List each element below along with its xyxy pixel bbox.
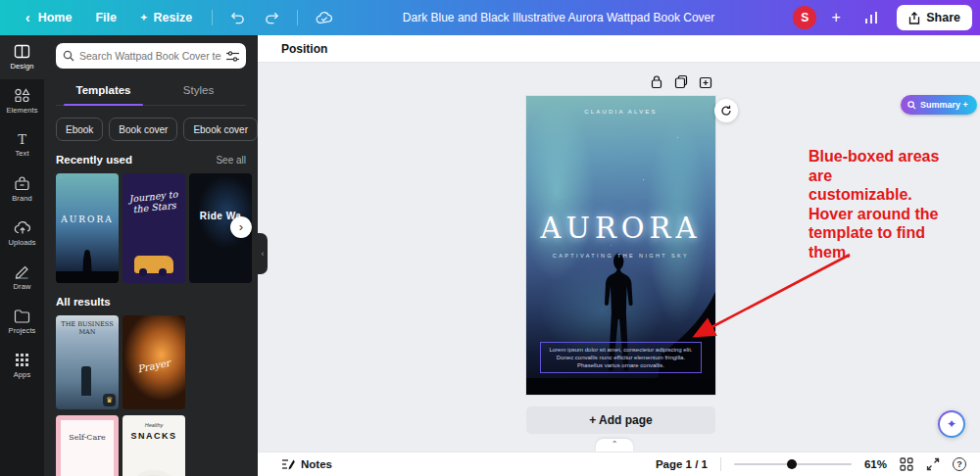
home-label: Home (38, 11, 73, 24)
context-toolbar: Position (258, 35, 980, 63)
lock-icon[interactable] (650, 74, 663, 89)
insights-button[interactable] (856, 6, 887, 29)
pro-badge: ♛ (103, 394, 116, 406)
summary-extension-button[interactable]: Summary + (901, 95, 977, 115)
design-page[interactable]: CLAUDIA ALVES AURORA CAPTIVATING THE NIG… (526, 96, 715, 395)
notes-icon (281, 458, 295, 470)
projects-folder-icon (14, 309, 30, 323)
file-label: File (95, 11, 117, 24)
tab-styles[interactable]: Styles (151, 76, 246, 105)
share-upload-icon (908, 12, 920, 24)
all-results-grid: THE BUSINESS MAN ♛ Prayer Self-Care ♛ He… (56, 315, 246, 476)
uploads-cloud-icon (14, 220, 31, 235)
filter-chips: Ebook Book cover Ebook cover › (56, 118, 246, 141)
document-title[interactable]: Dark Blue and Black Illustrative Aurora … (403, 0, 714, 35)
divider (720, 457, 721, 471)
carousel-next-button[interactable]: › (230, 216, 252, 238)
cover-body-text[interactable]: Lorem ipsum dolor sit amet, consectetur … (540, 342, 703, 373)
bar-chart-icon (863, 11, 879, 24)
undo-icon (230, 11, 245, 24)
sidebar-item-apps[interactable]: Apps (0, 344, 44, 388)
add-page-button[interactable]: + Add page (526, 406, 715, 434)
search-box[interactable] (56, 43, 246, 69)
design-icon (14, 44, 30, 59)
chip-ebook[interactable]: Ebook (56, 118, 103, 141)
sidebar-item-design[interactable]: Design (0, 35, 44, 79)
zoom-slider-knob[interactable] (787, 459, 797, 469)
duplicate-page-icon[interactable] (674, 74, 688, 89)
resize-label: Resize (154, 11, 193, 24)
panel-tabs: Templates Styles (56, 76, 246, 106)
annotation-text: Blue-boxed areas are customizable. Hover… (808, 147, 940, 262)
elements-icon (14, 88, 30, 103)
undo-button[interactable] (222, 6, 253, 29)
cloud-save-status[interactable] (308, 6, 341, 30)
position-button[interactable]: Position (281, 42, 327, 56)
rotate-icon (720, 105, 732, 117)
canva-assistant-button[interactable]: ✦ (938, 410, 965, 438)
fullscreen-button[interactable] (926, 457, 940, 471)
editor-main: Position CLAUDIA ALVES AURORA CAPTIVAT (258, 35, 980, 476)
sidebar-item-brand[interactable]: Brand (0, 167, 44, 212)
cover-subtitle-text[interactable]: CAPTIVATING THE NIGHT SKY (526, 253, 715, 259)
filter-sliders-icon[interactable] (226, 51, 239, 62)
collapse-bottom-tab[interactable]: ⌃ (596, 439, 633, 452)
help-icon: ? (953, 457, 966, 471)
grid-view-button[interactable] (900, 457, 913, 471)
canvas-area[interactable]: CLAUDIA ALVES AURORA CAPTIVATING THE NIG… (258, 63, 980, 452)
avatar[interactable]: S (793, 6, 816, 29)
text-icon: T (18, 133, 26, 146)
redo-button[interactable] (257, 6, 287, 29)
templates-panel: Templates Styles Ebook Book cover Ebook … (44, 35, 258, 476)
rotate-page-button[interactable] (714, 99, 738, 122)
search-input[interactable] (79, 50, 221, 62)
brand-kit-icon (14, 176, 30, 191)
status-bar: Notes Page 1 / 1 61% ? (258, 452, 980, 476)
zoom-percent[interactable]: 61% (864, 458, 887, 470)
aurora-mini-art (56, 173, 119, 283)
sidebar-item-projects[interactable]: Projects (0, 300, 44, 344)
sidebar-item-uploads[interactable]: Uploads (0, 212, 44, 256)
search-icon (63, 50, 74, 62)
silhouette-art (81, 366, 91, 396)
fullscreen-icon (926, 457, 940, 471)
page-indicator[interactable]: Page 1 / 1 (656, 458, 708, 470)
template-thumbnail-business-man[interactable]: THE BUSINESS MAN ♛ (56, 315, 119, 409)
add-member-button[interactable]: + (826, 9, 846, 26)
sidebar-item-elements[interactable]: Elements (0, 79, 44, 123)
share-button[interactable]: Share (897, 5, 972, 30)
back-chevron-icon: ‹ (22, 10, 32, 25)
notes-button[interactable]: Notes (258, 458, 332, 470)
cover-title-text[interactable]: AURORA (526, 212, 715, 245)
see-all-link[interactable]: See all (216, 155, 246, 166)
template-thumbnail-prayer[interactable]: Prayer (122, 315, 185, 409)
divider (297, 10, 298, 25)
cloud-check-icon (316, 11, 333, 25)
template-thumbnail-aurora[interactable]: AURORA (56, 173, 119, 283)
apps-grid-icon (15, 353, 29, 367)
draw-pen-icon (14, 264, 30, 279)
template-thumbnail-snacks[interactable]: Healthy SNACKS (122, 415, 185, 476)
zoom-slider[interactable] (734, 457, 852, 471)
sidebar-item-draw[interactable]: Draw (0, 256, 44, 300)
help-button[interactable]: ? (953, 457, 966, 471)
plate-art (131, 470, 176, 476)
recently-used-row: AURORA Journey to the Stars Ride Wa › (56, 173, 246, 283)
redo-icon (265, 11, 279, 24)
sidebar-item-text[interactable]: T Text (0, 123, 44, 167)
chip-ebook-cover[interactable]: Ebook cover (183, 118, 258, 141)
divider (212, 10, 213, 25)
resize-button[interactable]: ✦ Resize (130, 5, 202, 30)
file-menu[interactable]: File (85, 5, 126, 30)
panel-collapse-tab[interactable]: ‹ (258, 233, 268, 274)
home-button[interactable]: ‹ Home (12, 4, 81, 31)
grid-view-icon (900, 457, 913, 471)
template-thumbnail-self-care[interactable]: Self-Care ♛ (56, 415, 119, 476)
share-label: Share (926, 11, 960, 24)
left-rail: Design Elements T Text Brand Uploads Dra… (0, 35, 44, 476)
tab-templates[interactable]: Templates (56, 76, 151, 105)
all-results-title: All results (56, 296, 111, 308)
template-thumbnail-journey[interactable]: Journey to the Stars (122, 173, 185, 283)
add-page-icon[interactable] (699, 74, 712, 89)
chip-book-cover[interactable]: Book cover (109, 118, 177, 141)
